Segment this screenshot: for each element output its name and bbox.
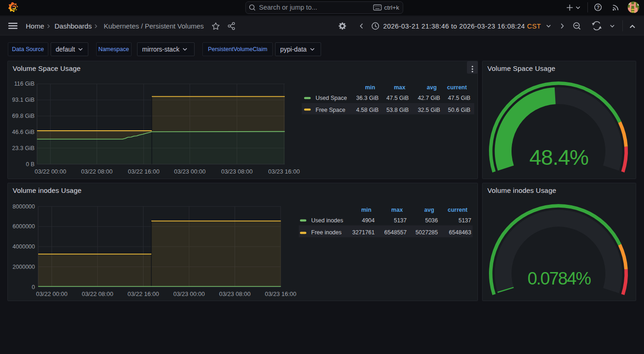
- svg-text:3271761: 3271761: [352, 229, 375, 236]
- svg-text:4000000: 4000000: [12, 244, 35, 250]
- svg-text:4904: 4904: [362, 217, 375, 224]
- svg-text:0.0784%: 0.0784%: [528, 269, 591, 288]
- svg-text:03/22 00:00: 03/22 00:00: [34, 168, 66, 175]
- svg-text:min: min: [365, 84, 375, 91]
- svg-text:max: max: [394, 84, 405, 91]
- svg-text:47.5 GiB: 47.5 GiB: [386, 95, 409, 101]
- svg-text:03/23 08:00: 03/23 08:00: [219, 290, 251, 297]
- svg-text:max: max: [391, 207, 403, 213]
- svg-text:50.6 GiB: 50.6 GiB: [448, 107, 471, 113]
- svg-text:avg: avg: [427, 84, 437, 91]
- svg-text:03/23 16:00: 03/23 16:00: [268, 168, 300, 175]
- svg-text:32.5 GiB: 32.5 GiB: [418, 107, 440, 113]
- svg-text:0: 0: [32, 284, 35, 290]
- svg-text:5027285: 5027285: [415, 229, 438, 236]
- svg-text:69.8 GiB: 69.8 GiB: [12, 113, 34, 119]
- svg-text:46.6 GiB: 46.6 GiB: [12, 129, 34, 135]
- svg-text:116 GiB: 116 GiB: [14, 81, 34, 87]
- svg-text:03/23 00:00: 03/23 00:00: [174, 168, 206, 175]
- svg-text:03/22 08:00: 03/22 08:00: [81, 168, 113, 175]
- svg-text:8000000: 8000000: [12, 203, 35, 210]
- svg-text:03/22 16:00: 03/22 16:00: [128, 168, 160, 175]
- svg-text:6548463: 6548463: [449, 229, 472, 236]
- svg-text:03/22 00:00: 03/22 00:00: [36, 290, 68, 297]
- svg-text:23.3 GiB: 23.3 GiB: [12, 145, 34, 151]
- svg-text:Used inodes: Used inodes: [311, 217, 344, 224]
- svg-text:5137: 5137: [459, 217, 472, 224]
- svg-text:42.7 GiB: 42.7 GiB: [418, 95, 440, 101]
- svg-text:03/23 16:00: 03/23 16:00: [265, 290, 297, 297]
- svg-text:min: min: [361, 207, 371, 213]
- svg-text:0 B: 0 B: [26, 161, 34, 168]
- svg-text:03/22 08:00: 03/22 08:00: [82, 290, 114, 297]
- svg-text:03/23 08:00: 03/23 08:00: [221, 168, 253, 175]
- svg-text:Free inodes: Free inodes: [311, 229, 342, 236]
- svg-text:48.4%: 48.4%: [529, 145, 588, 169]
- svg-text:53.8 GiB: 53.8 GiB: [386, 107, 409, 113]
- svg-text:03/23 00:00: 03/23 00:00: [173, 290, 205, 297]
- svg-text:current: current: [448, 207, 468, 213]
- svg-text:4.58 GiB: 4.58 GiB: [356, 107, 379, 113]
- svg-text:avg: avg: [424, 207, 434, 213]
- svg-text:6548557: 6548557: [384, 229, 407, 236]
- svg-text:36.3 GiB: 36.3 GiB: [356, 95, 379, 101]
- svg-text:5036: 5036: [425, 217, 438, 224]
- svg-text:03/22 16:00: 03/22 16:00: [127, 290, 159, 297]
- svg-text:5137: 5137: [394, 217, 407, 224]
- svg-text:current: current: [447, 84, 467, 91]
- svg-text:47.5 GiB: 47.5 GiB: [448, 95, 471, 101]
- svg-text:2000000: 2000000: [12, 264, 35, 270]
- svg-text:6000000: 6000000: [12, 223, 35, 230]
- svg-text:93.1 GiB: 93.1 GiB: [12, 97, 34, 103]
- svg-text:Used Space: Used Space: [316, 95, 347, 101]
- svg-text:Free Space: Free Space: [316, 107, 345, 113]
